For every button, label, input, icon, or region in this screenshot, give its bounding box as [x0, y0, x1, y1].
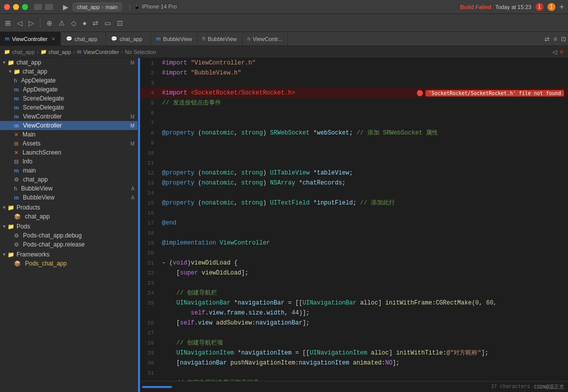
bookmark-icon[interactable]: ◇	[69, 18, 78, 28]
sidebar-item-pods[interactable]: ▼ 📁 Pods	[0, 222, 138, 231]
code-content[interactable]	[158, 138, 568, 148]
bc-viewcontroller[interactable]: ViewController	[84, 49, 119, 55]
tab-scroll-right[interactable]: ≡	[552, 36, 559, 42]
code-content[interactable]	[158, 188, 568, 198]
tab-chatapp1[interactable]: 💬 chat_app	[61, 32, 106, 46]
sidebar-item-pods-debug[interactable]: ⚙ Pods-chat_app.debug	[0, 231, 138, 240]
tab-bubbleview2[interactable]: h BubbleView	[198, 32, 242, 46]
code-content[interactable]: @property (nonatomic, strong) NSArray *c…	[158, 178, 568, 188]
code-content[interactable]	[158, 108, 568, 118]
code-content[interactable]: @end	[158, 218, 568, 228]
tab-scroll-left[interactable]: ⇄	[542, 36, 552, 42]
sidebar-item-appdelegate-h[interactable]: h AppDelegate	[0, 76, 138, 85]
code-content[interactable]: #import "ViewController.h"	[158, 58, 568, 68]
run-button[interactable]: ▶	[63, 3, 68, 11]
code-content[interactable]: @property (nonatomic, strong) UITableVie…	[158, 168, 568, 178]
sidebar-item-bubbleview-h[interactable]: h BubbleView A	[0, 184, 138, 193]
back-button[interactable]: ◁	[15, 18, 24, 28]
traffic-lights	[4, 4, 28, 10]
code-content[interactable]	[158, 328, 568, 338]
sidebar-item-frameworks[interactable]: ▼ 📁 Frameworks	[0, 250, 138, 259]
sidebar-item-launchscreen[interactable]: ✕ LaunchScreen	[0, 148, 138, 157]
code-content[interactable]	[158, 208, 568, 218]
bc-chatapp-folder-label: chat_app	[48, 49, 71, 55]
code-content[interactable]	[158, 228, 568, 238]
breadcrumb: 📁 chat_app › 📁 chat_app › m ViewControll…	[0, 46, 568, 58]
sidebar-item-pods-chatapp-fw[interactable]: 📦 Pods_chat_app	[0, 259, 138, 268]
error-count[interactable]: 1	[536, 3, 544, 11]
add-button[interactable]: +	[560, 2, 564, 12]
breakpoint-icon[interactable]: ●	[80, 18, 88, 28]
navigator-grid-icon[interactable]: ⊞	[3, 18, 13, 28]
code-content[interactable]	[158, 78, 568, 88]
minimize-button[interactable]	[13, 4, 19, 10]
sidebar-item-chatapp-sub[interactable]: ▼ 📁 chat_app	[0, 67, 138, 76]
code-content[interactable]	[158, 118, 568, 128]
sidebar-item-chatapp-root[interactable]: ▼ 📁 chat_app M	[0, 58, 138, 67]
code-content[interactable]: @implementation ViewController	[158, 238, 568, 248]
products-folder-icon: 📁	[8, 204, 14, 211]
sidebar-item-main-xib[interactable]: ✕ Main	[0, 130, 138, 139]
sidebar-item-bubbleview-m[interactable]: m BubbleView A	[0, 193, 138, 202]
maximize-button[interactable]	[22, 4, 28, 10]
sidebar-item-viewcontroller-m[interactable]: m ViewController M	[0, 121, 138, 130]
bc-chatapp-folder[interactable]: 📁	[40, 49, 46, 54]
code-content[interactable]	[158, 158, 568, 168]
code-content[interactable]: UINavigationBar *navigationBar = [[UINav…	[158, 298, 568, 308]
code-content[interactable]: // 创建导航栏	[158, 288, 568, 298]
code-content[interactable]: UINavigationItem *navigationItem = [[UIN…	[158, 348, 568, 358]
close-button[interactable]	[4, 4, 10, 10]
sidebar-item-pods-release[interactable]: ⚙ Pods-chat_app.release	[0, 240, 138, 249]
item-label: Products	[16, 204, 40, 211]
code-content[interactable]: - (void)viewDidLoad {	[158, 258, 568, 268]
code-content[interactable]: @property (nonatomic, strong) UITextFiel…	[158, 198, 568, 208]
code-content[interactable]	[158, 248, 568, 258]
code-content[interactable]: [super viewDidLoad];	[158, 268, 568, 278]
code-content[interactable]: [navigationBar pushNavigationItem:naviga…	[158, 358, 568, 368]
sidebar-item-chatapp-app[interactable]: 📦 chat_app	[0, 212, 138, 221]
code-content[interactable]: self.view.frame.size.width, 44)];	[158, 308, 568, 318]
code-content[interactable]: // 发送按钮点击事件	[158, 98, 568, 108]
settings-icon[interactable]: ⊡	[115, 18, 125, 28]
add-file-icon[interactable]: ⊕	[44, 18, 54, 28]
warning-icon[interactable]: ⚠	[56, 18, 67, 28]
code-content[interactable]	[158, 278, 568, 288]
tab-chatapp2[interactable]: 💬 chat_app	[106, 32, 151, 46]
debug-toggle[interactable]	[45, 4, 53, 10]
code-content[interactable]	[158, 368, 568, 378]
sidebar-item-viewcontroller-h[interactable]: m ViewController M	[0, 112, 138, 121]
code-content[interactable]: // 创建导航栏项	[158, 338, 568, 348]
tab-navigation: ⇄ ≡ ⊡	[542, 32, 568, 46]
sidebar-item-main-m[interactable]: m main	[0, 166, 138, 175]
badge-m: M	[130, 114, 134, 120]
sidebar-item-products[interactable]: ▼ 📁 Products	[0, 203, 138, 212]
scheme-selector[interactable]: chat_app › main	[72, 2, 122, 12]
sidebar-item-assets[interactable]: ⊞ Assets M	[0, 139, 138, 148]
warning-count[interactable]: 1	[548, 3, 556, 11]
code-content[interactable]: #import "BubbleView.h"	[158, 68, 568, 78]
bc-error-icon[interactable]: ✕	[559, 48, 564, 56]
rect-icon[interactable]: ▭	[102, 18, 113, 28]
tab-close-btn[interactable]: ✕	[52, 36, 56, 42]
diff-icon[interactable]: ⇄	[90, 18, 100, 28]
tab-split[interactable]: ⊡	[559, 36, 568, 42]
sidebar-item-chatapp-podspec[interactable]: ⚙ chat_app	[0, 175, 138, 184]
sidebar-item-scenedelegate-h[interactable]: m SceneDelegate	[0, 94, 138, 103]
tab-viewcontroller[interactable]: m ViewController ✕	[0, 32, 61, 46]
m-file-icon6: m	[14, 194, 19, 200]
item-label: ViewController	[23, 113, 62, 120]
tab-bubbleview1[interactable]: m BubbleView	[151, 32, 198, 46]
code-content[interactable]: [self.view addSubview:navigationBar];	[158, 318, 568, 328]
bc-prev[interactable]: ◁	[552, 48, 557, 56]
navigator-toggle[interactable]	[34, 4, 42, 10]
bc-chatapp-root[interactable]: 📁	[4, 49, 10, 54]
code-content[interactable]	[158, 148, 568, 158]
code-editor[interactable]: 1 #import "ViewController.h" 2 #import "…	[138, 58, 568, 392]
code-content[interactable]: #import <SocketRocket/SocketRocket.h>	[158, 88, 416, 98]
sidebar-item-scenedelegate-m[interactable]: m SceneDelegate	[0, 103, 138, 112]
tab-viewcontr[interactable]: n ViewContr...	[242, 32, 288, 46]
sidebar-item-info[interactable]: ⊟ Info	[0, 157, 138, 166]
code-content[interactable]: @property (nonatomic, strong) SRWebSocke…	[158, 128, 568, 138]
sidebar-item-appdelegate-m[interactable]: m AppDelegate	[0, 85, 138, 94]
forward-button[interactable]: ▷	[26, 18, 36, 28]
